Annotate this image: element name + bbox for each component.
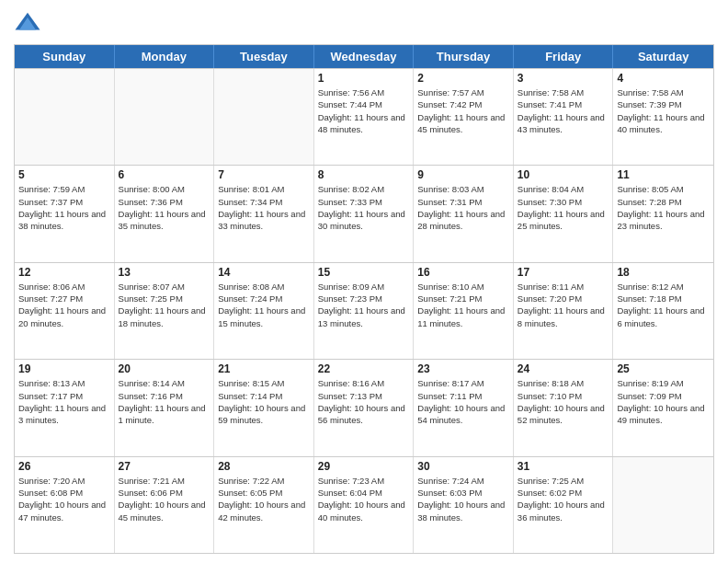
day-cell-22: 22Sunrise: 8:16 AM Sunset: 7:13 PM Dayli… [314,360,415,455]
day-number: 26 [18,460,110,473]
day-number: 15 [318,266,410,279]
day-cell-16: 16Sunrise: 8:10 AM Sunset: 7:21 PM Dayli… [414,263,514,359]
page: SundayMondayTuesdayWednesdayThursdayFrid… [0,0,728,563]
day-number: 27 [119,460,210,473]
day-cell-30: 30Sunrise: 7:24 AM Sunset: 6:03 PM Dayli… [414,457,514,553]
week-row-5: 26Sunrise: 7:20 AM Sunset: 6:08 PM Dayli… [15,456,713,553]
day-of-week-tuesday: Tuesday [214,45,314,68]
calendar-header-row: SundayMondayTuesdayWednesdayThursdayFrid… [15,45,713,68]
day-info: Sunrise: 8:00 AM Sunset: 7:36 PM Dayligh… [119,183,210,232]
day-cell-27: 27Sunrise: 7:21 AM Sunset: 6:06 PM Dayli… [115,457,215,553]
day-of-week-thursday: Thursday [414,45,514,68]
week-row-1: 1Sunrise: 7:56 AM Sunset: 7:44 PM Daylig… [15,68,713,165]
day-info: Sunrise: 7:20 AM Sunset: 6:08 PM Dayligh… [18,475,110,523]
day-info: Sunrise: 8:04 AM Sunset: 7:30 PM Dayligh… [518,183,609,232]
day-info: Sunrise: 8:10 AM Sunset: 7:21 PM Dayligh… [417,281,509,329]
day-info: Sunrise: 8:06 AM Sunset: 7:27 PM Dayligh… [18,281,110,329]
day-cell-26: 26Sunrise: 7:20 AM Sunset: 6:08 PM Dayli… [15,457,115,553]
day-cell-18: 18Sunrise: 8:12 AM Sunset: 7:18 PM Dayli… [613,263,713,359]
day-number: 5 [18,168,110,181]
empty-cell [613,457,713,553]
day-info: Sunrise: 7:58 AM Sunset: 7:41 PM Dayligh… [518,86,609,135]
day-info: Sunrise: 8:16 AM Sunset: 7:13 PM Dayligh… [318,377,410,426]
day-number: 9 [417,168,509,181]
day-info: Sunrise: 7:22 AM Sunset: 6:05 PM Dayligh… [218,475,310,523]
day-number: 31 [518,460,609,473]
day-number: 8 [318,168,410,181]
day-cell-29: 29Sunrise: 7:23 AM Sunset: 6:04 PM Dayli… [314,457,415,553]
day-number: 1 [318,72,410,85]
day-cell-2: 2Sunrise: 7:57 AM Sunset: 7:42 PM Daylig… [414,69,514,165]
day-number: 22 [318,362,410,375]
day-cell-31: 31Sunrise: 7:25 AM Sunset: 6:02 PM Dayli… [514,457,614,553]
day-cell-10: 10Sunrise: 8:04 AM Sunset: 7:30 PM Dayli… [514,166,614,261]
day-info: Sunrise: 8:17 AM Sunset: 7:11 PM Dayligh… [417,377,509,426]
day-number: 18 [617,266,710,279]
day-number: 21 [218,362,310,375]
day-of-week-monday: Monday [115,45,215,68]
day-cell-14: 14Sunrise: 8:08 AM Sunset: 7:24 PM Dayli… [214,263,314,359]
day-cell-8: 8Sunrise: 8:02 AM Sunset: 7:33 PM Daylig… [314,166,415,261]
day-info: Sunrise: 8:18 AM Sunset: 7:10 PM Dayligh… [518,377,609,426]
day-info: Sunrise: 7:56 AM Sunset: 7:44 PM Dayligh… [318,86,410,135]
day-number: 10 [518,168,609,181]
day-info: Sunrise: 8:01 AM Sunset: 7:34 PM Dayligh… [218,183,310,232]
day-cell-20: 20Sunrise: 8:14 AM Sunset: 7:16 PM Dayli… [115,360,215,455]
day-cell-19: 19Sunrise: 8:13 AM Sunset: 7:17 PM Dayli… [15,360,115,455]
day-cell-21: 21Sunrise: 8:15 AM Sunset: 7:14 PM Dayli… [214,360,314,455]
day-number: 28 [218,460,310,473]
empty-cell [115,69,215,165]
day-number: 24 [518,362,609,375]
day-cell-9: 9Sunrise: 8:03 AM Sunset: 7:31 PM Daylig… [414,166,514,261]
day-number: 7 [218,168,310,181]
day-number: 25 [617,362,710,375]
day-number: 11 [617,168,710,181]
calendar: SundayMondayTuesdayWednesdayThursdayFrid… [14,44,714,554]
day-number: 12 [18,266,110,279]
day-info: Sunrise: 7:23 AM Sunset: 6:04 PM Dayligh… [318,475,410,523]
day-number: 19 [18,362,110,375]
day-number: 20 [119,362,210,375]
day-cell-13: 13Sunrise: 8:07 AM Sunset: 7:25 PM Dayli… [115,263,215,359]
day-number: 4 [617,72,710,85]
day-info: Sunrise: 7:57 AM Sunset: 7:42 PM Dayligh… [417,86,509,135]
calendar-body: 1Sunrise: 7:56 AM Sunset: 7:44 PM Daylig… [15,68,713,553]
day-info: Sunrise: 8:02 AM Sunset: 7:33 PM Dayligh… [318,183,410,232]
day-number: 23 [417,362,509,375]
day-cell-5: 5Sunrise: 7:59 AM Sunset: 7:37 PM Daylig… [15,166,115,261]
day-info: Sunrise: 7:24 AM Sunset: 6:03 PM Dayligh… [417,475,509,523]
day-of-week-wednesday: Wednesday [314,45,415,68]
day-info: Sunrise: 7:59 AM Sunset: 7:37 PM Dayligh… [18,183,110,232]
week-row-4: 19Sunrise: 8:13 AM Sunset: 7:17 PM Dayli… [15,359,713,455]
day-cell-7: 7Sunrise: 8:01 AM Sunset: 7:34 PM Daylig… [214,166,314,261]
day-info: Sunrise: 8:11 AM Sunset: 7:20 PM Dayligh… [518,281,609,329]
day-cell-1: 1Sunrise: 7:56 AM Sunset: 7:44 PM Daylig… [314,69,415,165]
day-cell-3: 3Sunrise: 7:58 AM Sunset: 7:41 PM Daylig… [514,69,614,165]
day-number: 13 [119,266,210,279]
empty-cell [214,69,314,165]
day-cell-23: 23Sunrise: 8:17 AM Sunset: 7:11 PM Dayli… [414,360,514,455]
day-info: Sunrise: 8:13 AM Sunset: 7:17 PM Dayligh… [18,377,110,426]
day-of-week-friday: Friday [514,45,614,68]
day-of-week-sunday: Sunday [15,45,115,68]
day-number: 17 [518,266,609,279]
day-cell-4: 4Sunrise: 7:58 AM Sunset: 7:39 PM Daylig… [613,69,713,165]
day-cell-25: 25Sunrise: 8:19 AM Sunset: 7:09 PM Dayli… [613,360,713,455]
day-number: 3 [518,72,609,85]
day-info: Sunrise: 8:19 AM Sunset: 7:09 PM Dayligh… [617,377,710,426]
day-cell-24: 24Sunrise: 8:18 AM Sunset: 7:10 PM Dayli… [514,360,614,455]
day-info: Sunrise: 8:12 AM Sunset: 7:18 PM Dayligh… [617,281,710,329]
empty-cell [15,69,115,165]
header [14,9,714,37]
day-cell-28: 28Sunrise: 7:22 AM Sunset: 6:05 PM Dayli… [214,457,314,553]
day-info: Sunrise: 8:05 AM Sunset: 7:28 PM Dayligh… [617,183,710,232]
logo [14,9,45,37]
day-cell-12: 12Sunrise: 8:06 AM Sunset: 7:27 PM Dayli… [15,263,115,359]
week-row-3: 12Sunrise: 8:06 AM Sunset: 7:27 PM Dayli… [15,262,713,359]
day-info: Sunrise: 7:21 AM Sunset: 6:06 PM Dayligh… [119,475,210,523]
day-number: 29 [318,460,410,473]
day-cell-17: 17Sunrise: 8:11 AM Sunset: 7:20 PM Dayli… [514,263,614,359]
day-of-week-saturday: Saturday [613,45,713,68]
day-number: 16 [417,266,509,279]
day-number: 2 [417,72,509,85]
